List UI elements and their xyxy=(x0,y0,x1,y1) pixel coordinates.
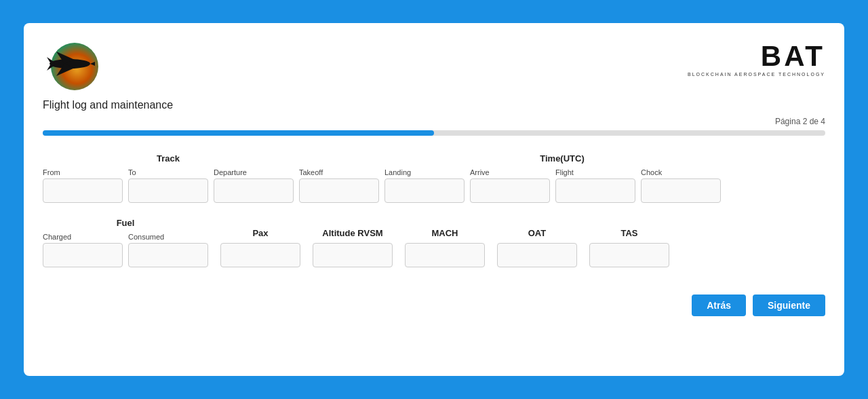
pax-input[interactable] xyxy=(220,243,300,267)
bat-logo-text: BAT xyxy=(761,42,825,71)
charged-input[interactable] xyxy=(43,243,123,267)
tas-label: TAS xyxy=(620,228,637,238)
altitude-group: Altitude RVSM xyxy=(313,227,393,267)
svg-marker-1 xyxy=(90,62,95,66)
arrive-label: Arrive xyxy=(470,168,550,176)
time-label: Time(UTC) xyxy=(540,153,584,164)
app-title: Flight log and maintenance xyxy=(43,99,173,111)
departure-input[interactable] xyxy=(214,178,294,203)
arrive-group: Arrive xyxy=(470,168,550,203)
back-button[interactable]: Atrás xyxy=(692,294,746,316)
flight-input[interactable] xyxy=(555,178,635,203)
departure-group: Departure xyxy=(214,168,294,203)
oat-input[interactable] xyxy=(497,243,577,267)
bat-logo: BAT BLOCKCHAIN AEROSPACE TECHNOLOGY xyxy=(688,39,825,77)
consumed-group: Consumed xyxy=(128,233,208,267)
to-label: To xyxy=(128,168,208,176)
logo-container xyxy=(43,39,104,94)
oat-group: OAT xyxy=(497,227,577,267)
fuel-label: Fuel xyxy=(117,218,135,228)
mach-group: MACH xyxy=(405,227,485,267)
flight-label: Flight xyxy=(555,168,635,176)
altitude-label: Altitude RVSM xyxy=(322,228,382,238)
svg-marker-5 xyxy=(47,64,55,71)
pagination-label: Página 2 de 4 xyxy=(43,117,825,126)
tas-input[interactable] xyxy=(589,243,669,267)
landing-group: Landing xyxy=(384,168,465,203)
next-button[interactable]: Siguiente xyxy=(753,294,825,316)
plane-icon xyxy=(44,49,95,79)
consumed-input[interactable] xyxy=(128,243,208,267)
track-label: Track xyxy=(157,153,180,164)
chock-label: Chock xyxy=(641,168,721,176)
progress-bar-fill xyxy=(43,130,434,136)
track-section: Track From To Departure xyxy=(43,152,294,203)
pax-group: Pax xyxy=(220,227,300,267)
logo-area: Flight log and maintenance xyxy=(43,39,173,111)
charged-group: Charged xyxy=(43,233,123,267)
bat-logo-subtitle: BLOCKCHAIN AEROSPACE TECHNOLOGY xyxy=(688,72,825,77)
mach-input[interactable] xyxy=(405,243,485,267)
oat-label: OAT xyxy=(528,228,546,238)
tas-group: TAS xyxy=(589,227,669,267)
takeoff-group: Takeoff xyxy=(299,168,379,203)
chock-group: Chock xyxy=(641,168,721,203)
buttons-row: Atrás Siguiente xyxy=(43,294,825,316)
charged-label: Charged xyxy=(43,233,123,241)
fuel-group: Fuel Charged Consumed xyxy=(43,216,208,267)
header: Flight log and maintenance BAT BLOCKCHAI… xyxy=(43,39,825,111)
time-section: Time(UTC) Takeoff Landing Arrive Flight xyxy=(299,152,825,203)
main-card: Flight log and maintenance BAT BLOCKCHAI… xyxy=(24,23,844,376)
svg-marker-4 xyxy=(47,57,55,64)
mach-label: MACH xyxy=(432,228,458,238)
takeoff-input[interactable] xyxy=(299,178,379,203)
consumed-label: Consumed xyxy=(128,233,208,241)
chock-input[interactable] xyxy=(641,178,721,203)
flight-group: Flight xyxy=(555,168,635,203)
takeoff-label: Takeoff xyxy=(299,168,379,176)
from-input[interactable] xyxy=(43,178,123,203)
from-label: From xyxy=(43,168,123,176)
to-group: To xyxy=(128,168,208,203)
track-time-section: Track From To Departure Time(UT xyxy=(43,152,825,203)
progress-bar-background xyxy=(43,130,825,136)
departure-label: Departure xyxy=(214,168,294,176)
from-group: From xyxy=(43,168,123,203)
pax-label: Pax xyxy=(252,228,268,238)
arrive-input[interactable] xyxy=(470,178,550,203)
landing-input[interactable] xyxy=(384,178,465,203)
altitude-input[interactable] xyxy=(313,243,393,267)
to-input[interactable] xyxy=(128,178,208,203)
landing-label: Landing xyxy=(384,168,465,176)
fuel-section: Fuel Charged Consumed Pax xyxy=(43,216,825,267)
